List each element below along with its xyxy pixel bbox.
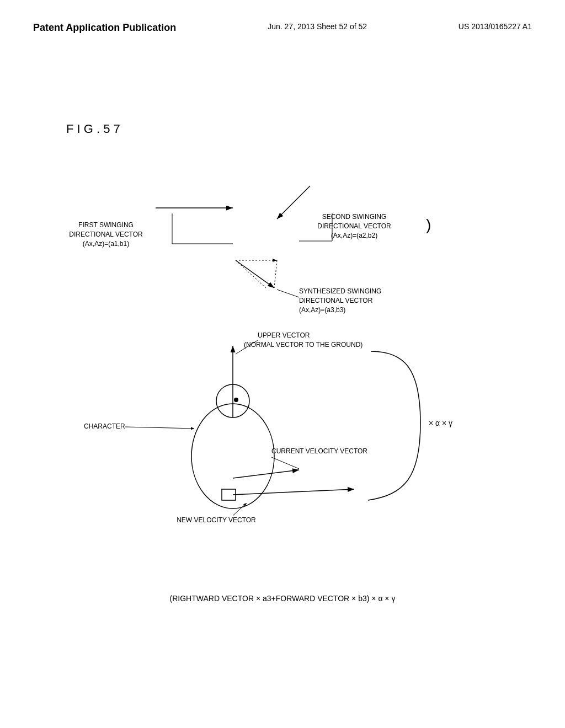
svg-text:CURRENT VELOCITY VECTOR: CURRENT VELOCITY VECTOR [271, 447, 367, 455]
svg-text:(Ax,Az)=(a2,b2): (Ax,Az)=(a2,b2) [331, 232, 377, 239]
svg-text:DIRECTIONAL VECTOR: DIRECTIONAL VECTOR [317, 222, 391, 230]
svg-point-13 [191, 404, 274, 508]
diagram-svg: FIRST SWINGING DIRECTIONAL VECTOR (Ax,Az… [62, 147, 503, 577]
header-date-sheet: Jun. 27, 2013 Sheet 52 of 52 [268, 22, 367, 31]
svg-point-15 [234, 398, 238, 402]
svg-text:SYNTHESIZED SWINGING: SYNTHESIZED SWINGING [299, 287, 381, 295]
svg-text:DIRECTIONAL VECTOR: DIRECTIONAL VECTOR [299, 297, 373, 304]
svg-text:): ) [426, 216, 431, 233]
svg-text:FIRST SWINGING: FIRST SWINGING [78, 221, 134, 229]
svg-text:(NORMAL VECTOR TO THE GROUND): (NORMAL VECTOR TO THE GROUND) [244, 341, 363, 349]
formula-area: (RIGHTWARD VECTOR × a3+FORWARD VECTOR × … [33, 594, 532, 603]
header-patent-number: US 2013/0165227 A1 [459, 22, 532, 31]
svg-line-38 [271, 457, 299, 469]
header-publication-label: Patent Application Publication [33, 22, 176, 34]
svg-line-40 [233, 503, 247, 516]
svg-text:UPPER VECTOR: UPPER VECTOR [258, 331, 310, 339]
header: Patent Application Publication Jun. 27, … [33, 22, 532, 34]
svg-line-30 [277, 290, 299, 297]
svg-text:× α × γ: × α × γ [429, 419, 452, 427]
svg-text:(Ax,Az)=(a3,b3): (Ax,Az)=(a3,b3) [299, 306, 345, 314]
figure-label: F I G . 5 7 [66, 122, 532, 136]
svg-line-19 [233, 489, 354, 495]
diagram-area: FIRST SWINGING DIRECTIONAL VECTOR (Ax,Az… [62, 147, 503, 588]
svg-text:SECOND SWINGING: SECOND SWINGING [322, 213, 387, 221]
svg-text:(Ax,Az)=(a1,b1): (Ax,Az)=(a1,b1) [83, 240, 129, 248]
svg-text:CHARACTER: CHARACTER [84, 422, 125, 430]
svg-line-11 [236, 260, 274, 288]
svg-text:NEW VELOCITY VECTOR: NEW VELOCITY VECTOR [177, 516, 256, 524]
svg-line-10 [236, 260, 266, 288]
page: Patent Application Publication Jun. 27, … [0, 0, 565, 728]
svg-line-6 [277, 186, 310, 219]
formula-text: (RIGHTWARD VECTOR × a3+FORWARD VECTOR × … [170, 594, 396, 603]
svg-line-12 [274, 260, 277, 288]
svg-line-36 [125, 427, 194, 429]
svg-line-18 [233, 470, 299, 478]
svg-text:DIRECTIONAL VECTOR: DIRECTIONAL VECTOR [69, 231, 143, 238]
